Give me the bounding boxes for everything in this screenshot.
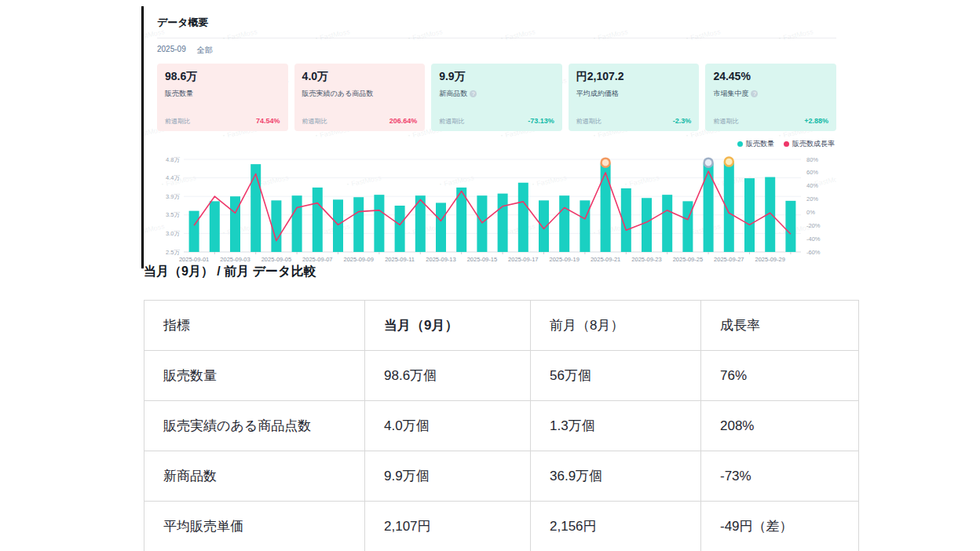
kpi-change-value: +2.88% xyxy=(804,117,828,125)
x-axis-label: 2025-09-23 xyxy=(631,256,661,263)
sales-trend-chart[interactable]: 4.8万4.4万3.9万3.5万3.0万2.5万80%60%40%20%0%-2… xyxy=(157,148,839,268)
bar-2025-09-21[interactable] xyxy=(601,163,611,252)
filter-period[interactable]: 2025-09 xyxy=(157,45,186,56)
header-current-month: 当月（9月） xyxy=(365,301,531,351)
watermark-tile: ◔ FastMoss xyxy=(498,27,536,43)
table-row: 販売数量98.6万個56万個76% xyxy=(144,351,859,401)
x-axis-label: 2025-09-27 xyxy=(714,256,744,263)
bar-2025-09-18[interactable] xyxy=(539,200,549,252)
table-cell: 98.6万個 xyxy=(365,351,531,401)
kpi-card[interactable]: 円2,107.2 平均成約価格? 前週期比 -2.3% xyxy=(569,64,700,131)
watermark-tile: ◔ FastMoss xyxy=(144,27,165,43)
left-axis-tick: 3.5万 xyxy=(166,211,180,218)
bar-2025-09-30[interactable] xyxy=(785,201,795,252)
watermark-tile: ◔ FastMoss xyxy=(313,27,350,43)
table-cell: 販売実績のある商品点数 xyxy=(144,401,365,451)
bar-2025-09-17[interactable] xyxy=(518,183,528,252)
x-axis-label: 2025-09-29 xyxy=(755,256,785,263)
kpi-value: 9.9万 xyxy=(439,71,554,82)
kpi-change-value: -2.3% xyxy=(673,117,692,125)
bar-2025-09-15[interactable] xyxy=(477,195,487,252)
kpi-compare-label: 前週期比 xyxy=(576,117,602,126)
bar-2025-09-16[interactable] xyxy=(498,194,508,252)
bar-2025-09-13[interactable] xyxy=(436,203,446,252)
bar-2025-09-11[interactable] xyxy=(395,206,405,252)
bar-2025-09-10[interactable] xyxy=(374,195,384,252)
header-growth-rate: 成長率 xyxy=(701,301,859,351)
page: ◔ FastMoss◔ FastMoss◔ FastMoss◔ FastMoss… xyxy=(0,0,980,551)
bar-2025-09-02[interactable] xyxy=(210,201,220,252)
table-cell: 販売数量 xyxy=(144,351,365,401)
kpi-value: 円2,107.2 xyxy=(576,71,692,82)
x-axis-label: 2025-09-07 xyxy=(302,256,332,263)
kpi-card[interactable]: 24.45% 市場集中度? 前週期比 +2.88% xyxy=(705,64,836,131)
left-axis-tick: 4.4万 xyxy=(166,174,180,181)
comparison-title: 当月（9月） / 前月 データ比較 xyxy=(144,264,833,280)
month-comparison-section: 当月（9月） / 前月 データ比較 指標 当月（9月） 前月（8月） 成長率 販… xyxy=(144,264,833,551)
bar-2025-09-01[interactable] xyxy=(189,211,199,252)
kpi-card[interactable]: 4.0万 販売実績のある商品数? 前週期比 206.64% xyxy=(294,64,426,131)
left-axis-tick: 3.0万 xyxy=(166,230,180,237)
table-row: 新商品数9.9万個36.9万個-73% xyxy=(144,451,859,502)
bar-2025-09-24[interactable] xyxy=(662,195,672,252)
right-axis-tick: -40% xyxy=(806,235,821,243)
bar-2025-09-04[interactable] xyxy=(250,164,261,252)
kpi-change-value: 206.64% xyxy=(389,117,418,125)
x-axis-label: 2025-09-17 xyxy=(508,256,538,263)
bar-2025-09-25[interactable] xyxy=(682,201,693,252)
bar-2025-09-20[interactable] xyxy=(580,200,590,252)
kpi-compare-label: 前週期比 xyxy=(713,117,738,126)
bar-2025-09-05[interactable] xyxy=(271,200,281,252)
bar-2025-09-26[interactable] xyxy=(704,163,714,252)
info-icon[interactable]: ? xyxy=(751,90,758,97)
kpi-cards: 98.6万 販売数量? 前週期比 74.54% 4.0万 販売実績のある商品数?… xyxy=(157,64,836,131)
right-axis-tick: -60% xyxy=(806,249,821,256)
x-axis-label: 2025-09-13 xyxy=(426,256,455,263)
x-axis-label: 2025-09-03 xyxy=(220,256,250,263)
kpi-compare-label: 前週期比 xyxy=(302,117,327,126)
kpi-card[interactable]: 98.6万 販売数量? 前週期比 74.54% xyxy=(157,64,288,131)
table-cell: 56万個 xyxy=(531,351,701,401)
bronze-medal-icon[interactable] xyxy=(602,159,610,167)
growth-rate-line[interactable] xyxy=(194,171,791,241)
kpi-change-value: 74.54% xyxy=(256,117,280,125)
table-row: 販売実績のある商品点数4.0万個1.3万個208% xyxy=(144,401,859,451)
filter-scope[interactable]: 全部 xyxy=(197,45,213,56)
bar-2025-09-06[interactable] xyxy=(292,195,302,252)
sales-trend-chart-panel: 販売数量 販売数成長率 4.8万4.4万3.9万3.5万3.0万2.5万80%6… xyxy=(157,139,836,268)
table-cell: 76% xyxy=(701,351,859,401)
table-header-row: 指標 当月（9月） 前月（8月） 成長率 xyxy=(144,301,859,351)
kpi-label: 販売実績のある商品数 xyxy=(302,89,374,99)
table-cell: 208% xyxy=(701,401,859,451)
table-cell: 新商品数 xyxy=(144,451,365,502)
bar-2025-09-19[interactable] xyxy=(559,195,569,252)
bar-2025-09-28[interactable] xyxy=(744,178,755,252)
bar-2025-09-23[interactable] xyxy=(642,198,652,252)
gold-medal-icon[interactable] xyxy=(725,158,733,166)
bar-2025-09-27[interactable] xyxy=(724,162,734,252)
x-axis-label: 2025-09-21 xyxy=(591,256,620,263)
table-cell: 2,156円 xyxy=(531,502,701,551)
kpi-label: 平均成約価格 xyxy=(576,89,619,99)
divider xyxy=(157,38,836,38)
bar-2025-09-08[interactable] xyxy=(333,199,343,252)
table-cell: 平均販売単価 xyxy=(144,502,365,551)
right-axis-tick: -20% xyxy=(806,222,821,229)
info-icon[interactable]: ? xyxy=(470,90,477,97)
kpi-label: 市場集中度 xyxy=(713,89,748,99)
bar-2025-09-09[interactable] xyxy=(353,197,364,252)
data-overview-section: ◔ FastMoss◔ FastMoss◔ FastMoss◔ FastMoss… xyxy=(141,6,836,268)
watermark-tile: ◔ FastMoss xyxy=(591,27,628,43)
kpi-compare-label: 前週期比 xyxy=(439,117,464,126)
bar-2025-09-03[interactable] xyxy=(230,196,240,252)
silver-medal-icon[interactable] xyxy=(704,159,713,167)
kpi-card[interactable]: 9.9万 新商品数? 前週期比 -73.13% xyxy=(431,64,562,131)
x-axis-label: 2025-09-05 xyxy=(261,256,291,263)
kpi-value: 24.45% xyxy=(713,71,828,82)
right-axis-tick: 80% xyxy=(806,156,818,163)
header-metric: 指標 xyxy=(144,301,365,351)
bar-2025-09-07[interactable] xyxy=(313,188,323,252)
kpi-label: 新商品数 xyxy=(439,89,467,99)
right-axis-tick: 20% xyxy=(806,195,818,203)
x-axis-label: 2025-09-19 xyxy=(550,256,580,263)
